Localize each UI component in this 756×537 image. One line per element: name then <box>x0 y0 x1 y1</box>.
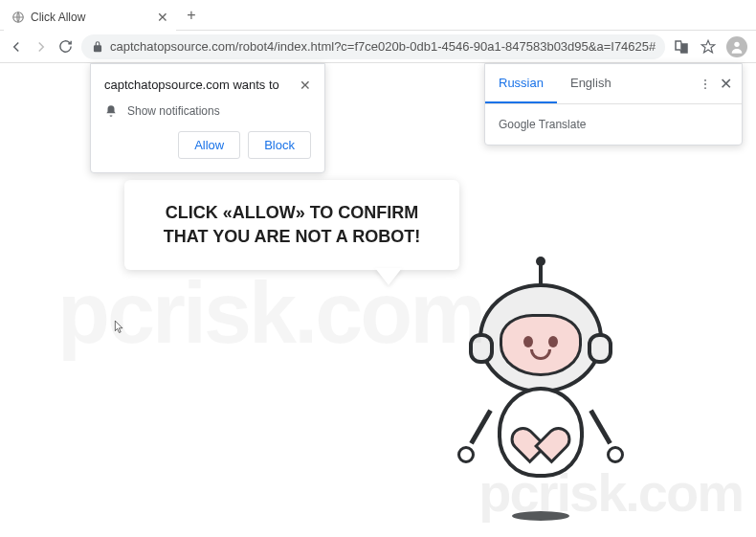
browser-toolbar: captchatopsource.com/robot4/index.html?c… <box>0 31 756 63</box>
translate-options-icon[interactable] <box>699 78 712 91</box>
svg-point-7 <box>704 83 706 85</box>
svg-point-2 <box>735 41 740 46</box>
watermark: pcrisk.com <box>57 264 483 363</box>
globe-icon <box>11 11 25 24</box>
forward-button[interactable] <box>33 35 50 58</box>
notification-permission-prompt: captchatopsource.com wants to ✕ Show not… <box>90 63 325 173</box>
arrow-left-icon <box>8 38 25 56</box>
bell-icon <box>104 104 118 118</box>
back-button[interactable] <box>8 35 25 58</box>
url-bar[interactable]: captchatopsource.com/robot4/index.html?c… <box>81 34 665 59</box>
new-tab-button[interactable]: + <box>180 4 203 27</box>
translate-brand: Google Translate <box>485 104 742 145</box>
reload-button[interactable] <box>57 35 74 58</box>
translate-tab-russian[interactable]: Russian <box>485 64 557 103</box>
speech-tail <box>375 268 402 285</box>
tab-strip: Click Allow ✕ + <box>4 0 203 31</box>
toolbar-actions <box>673 36 756 57</box>
user-icon <box>729 39 745 55</box>
star-icon[interactable] <box>700 38 717 56</box>
browser-tab[interactable]: Click Allow ✕ <box>4 4 176 31</box>
bubble-text: CLICK «ALLOW» TO CONFIRM THAT YOU ARE NO… <box>164 203 420 246</box>
translate-icon[interactable] <box>673 38 690 56</box>
profile-avatar[interactable] <box>726 36 747 57</box>
page-content: captchatopsource.com wants to ✕ Show not… <box>0 63 756 537</box>
svg-point-8 <box>704 87 706 89</box>
translate-close-icon[interactable]: ✕ <box>720 75 732 93</box>
prompt-body-text: Show notifications <box>127 104 220 118</box>
svg-point-6 <box>704 78 706 80</box>
speech-bubble: CLICK «ALLOW» TO CONFIRM THAT YOU ARE NO… <box>124 180 459 270</box>
translate-suffix: Translate <box>536 118 587 131</box>
cursor-icon <box>113 318 126 335</box>
prompt-close-icon[interactable]: ✕ <box>300 78 311 93</box>
url-text: captchatopsource.com/robot4/index.html?c… <box>110 39 656 54</box>
arrow-right-icon <box>33 38 50 56</box>
allow-button[interactable]: Allow <box>178 131 240 159</box>
translate-tab-english[interactable]: English <box>557 64 625 103</box>
tab-close-icon[interactable]: ✕ <box>157 10 168 25</box>
block-button[interactable]: Block <box>248 131 311 159</box>
prompt-site-text: captchatopsource.com wants to <box>104 78 279 92</box>
translate-popup: Russian English ✕ Google Translate <box>484 63 743 145</box>
google-logo-text: Google <box>499 118 536 131</box>
reload-icon <box>57 38 74 55</box>
tab-title: Click Allow <box>31 11 85 24</box>
robot-illustration <box>440 264 641 513</box>
lock-icon <box>91 40 104 54</box>
window-title-bar: Click Allow ✕ + <box>0 0 756 31</box>
